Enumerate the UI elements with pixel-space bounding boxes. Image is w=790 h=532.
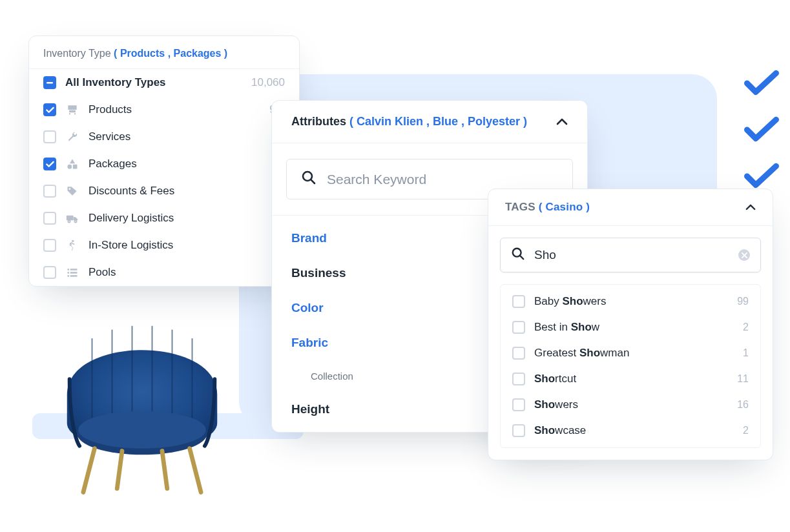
svg-rect-16 <box>68 275 70 277</box>
wrench-icon <box>65 130 79 143</box>
svg-rect-15 <box>70 272 78 274</box>
attributes-search-input[interactable] <box>327 172 558 187</box>
inventory-row-label: In-Store Logistics <box>88 239 173 252</box>
svg-rect-4 <box>74 113 76 115</box>
tag-row[interactable]: Baby Showers99 <box>501 289 760 314</box>
tag-count: 2 <box>743 425 749 436</box>
tag-name: Best in Show <box>534 321 599 334</box>
svg-rect-14 <box>68 272 70 274</box>
checkbox[interactable] <box>43 239 56 252</box>
attributes-selection: ( Calvin Klien , Blue , Polyester ) <box>349 115 527 128</box>
tags-title: TAGS <box>505 201 535 213</box>
tags-search[interactable] <box>500 238 761 272</box>
inventory-row-label: Pools <box>88 266 116 279</box>
inventory-type-card: Inventory Type ( Products , Packages ) A… <box>28 36 300 287</box>
svg-line-28 <box>117 451 122 489</box>
attributes-header[interactable]: Attributes ( Calvin Klien , Blue , Polye… <box>272 101 587 143</box>
checkbox[interactable] <box>43 212 56 225</box>
tag-row[interactable]: Showcase2 <box>501 418 760 444</box>
svg-rect-13 <box>70 269 78 271</box>
tags-header[interactable]: TAGS ( Casino ) <box>488 189 773 226</box>
svg-point-7 <box>69 188 71 190</box>
tag-name: Shortcut <box>534 373 576 385</box>
search-icon <box>301 170 317 189</box>
svg-rect-12 <box>68 269 70 271</box>
inventory-row[interactable]: Pools <box>29 259 299 286</box>
checkbox[interactable] <box>43 266 56 279</box>
tag-row[interactable]: Showers16 <box>501 392 760 418</box>
svg-rect-1 <box>68 105 76 110</box>
tags-selection: ( Casino ) <box>539 201 590 213</box>
checkbox[interactable] <box>43 103 56 116</box>
tag-name: Showcase <box>534 424 586 437</box>
svg-rect-6 <box>73 165 78 169</box>
checkbox[interactable] <box>43 158 56 170</box>
shapes-icon <box>65 158 79 170</box>
inventory-type-header: Inventory Type ( Products , Packages ) <box>29 36 299 68</box>
inventory-row[interactable]: In-Store Logistics <box>29 232 299 259</box>
attributes-title: Attributes <box>291 115 346 128</box>
inventory-row-label: Packages <box>88 158 137 170</box>
inventory-row[interactable]: Products9,3 <box>29 96 299 123</box>
inventory-row[interactable]: Delivery Logistics1 <box>29 205 299 232</box>
tag-name: Baby Showers <box>534 295 607 308</box>
svg-rect-0 <box>47 82 53 84</box>
checkbox[interactable] <box>512 424 525 437</box>
tag-row[interactable]: Shortcut11 <box>501 366 760 392</box>
big-checkmark-icon <box>744 70 779 97</box>
big-checkmark-icon <box>744 163 779 190</box>
tag-count: 2 <box>743 322 749 333</box>
tag-count: 99 <box>737 296 749 307</box>
tag-count: 11 <box>737 373 749 385</box>
svg-rect-8 <box>67 216 74 221</box>
tags-search-input[interactable] <box>534 248 729 262</box>
inventory-row[interactable]: Services <box>29 123 299 150</box>
chair-icon <box>65 103 79 116</box>
checkbox[interactable] <box>512 321 525 334</box>
svg-point-5 <box>68 165 72 169</box>
svg-line-19 <box>311 179 315 183</box>
checkbox[interactable] <box>512 373 525 385</box>
svg-line-27 <box>190 449 201 493</box>
svg-line-29 <box>162 451 167 489</box>
svg-line-26 <box>83 449 94 493</box>
svg-rect-2 <box>69 110 76 112</box>
inventory-title: Inventory Type <box>43 48 111 59</box>
tag-count: 16 <box>737 399 749 411</box>
svg-rect-3 <box>69 113 70 115</box>
truck-icon <box>65 212 79 225</box>
checkbox[interactable] <box>512 347 525 360</box>
tag-row[interactable]: Best in Show2 <box>501 314 760 340</box>
inventory-row-label: All Inventory Types <box>65 76 166 89</box>
inventory-row-count: 10,060 <box>251 76 285 89</box>
tag-count: 1 <box>743 347 749 359</box>
inventory-row-label: Services <box>88 130 130 143</box>
product-image-chair <box>42 301 242 501</box>
walk-icon <box>65 239 79 252</box>
inventory-selection: ( Products , Packages ) <box>114 48 227 59</box>
inventory-row-label: Delivery Logistics <box>88 212 174 225</box>
checkbox[interactable] <box>512 295 525 308</box>
checkbox[interactable] <box>43 185 56 198</box>
chevron-up-icon <box>556 115 568 128</box>
chevron-up-icon <box>745 201 756 214</box>
inventory-row-label: Discounts & Fees <box>88 185 174 198</box>
tag-icon <box>65 185 79 198</box>
svg-rect-17 <box>70 275 78 277</box>
checkbox-indeterminate[interactable] <box>43 76 56 89</box>
big-checkmark-icon <box>744 116 779 143</box>
checkbox[interactable] <box>512 398 525 411</box>
clear-icon[interactable] <box>738 249 750 261</box>
search-icon <box>511 247 525 263</box>
tags-card: TAGS ( Casino ) Baby Showers99Best in Sh… <box>488 189 773 460</box>
svg-point-9 <box>68 220 70 222</box>
list-icon <box>65 266 79 279</box>
tag-row[interactable]: Greatest Showman1 <box>501 340 760 366</box>
svg-point-25 <box>78 411 206 449</box>
inventory-row[interactable]: Discounts & Fees2 <box>29 178 299 205</box>
svg-point-11 <box>72 240 74 242</box>
inventory-row[interactable]: Packages2 <box>29 150 299 178</box>
checkbox[interactable] <box>43 130 56 143</box>
tag-name: Greatest Showman <box>534 347 629 360</box>
inventory-row[interactable]: All Inventory Types10,060 <box>29 69 299 96</box>
